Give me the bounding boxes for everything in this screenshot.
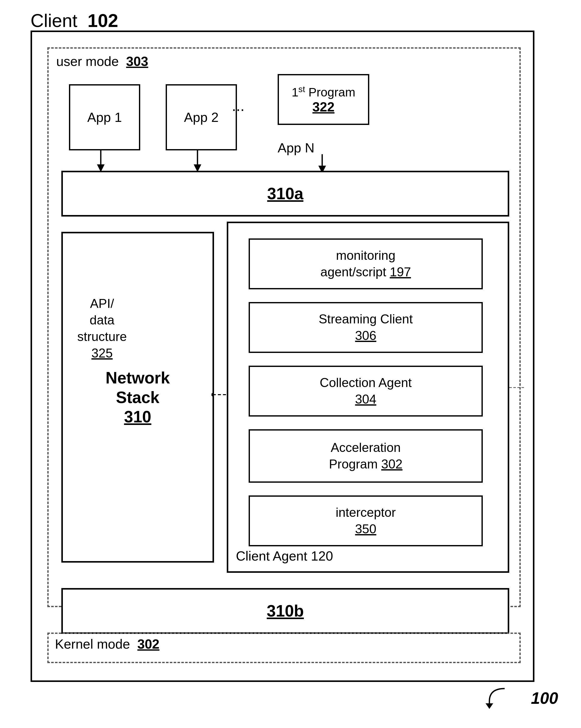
network-stack-number: 310: [124, 407, 151, 426]
box-310b: 310b: [61, 588, 509, 634]
arrow-appn-down: [318, 154, 326, 173]
collection-agent-box: Collection Agent304: [249, 366, 483, 417]
svg-marker-10: [485, 703, 493, 709]
figure-arrow-icon: [484, 683, 515, 709]
dashed-right-extension: [509, 387, 525, 388]
streaming-number: 306: [355, 329, 376, 343]
kernel-mode-label: Kernel mode 302: [55, 636, 159, 652]
monitoring-label: monitoringagent/script 197: [321, 247, 411, 280]
client-text: Client: [30, 10, 77, 31]
box-310a: 310a: [61, 171, 509, 216]
collection-label: Collection Agent304: [320, 374, 411, 408]
ellipsis: ...: [232, 97, 245, 114]
app-n-inner: 1st Program 322: [278, 74, 369, 125]
app2-box: App 2: [166, 84, 237, 150]
arrow-app1-down: [97, 149, 105, 172]
app1-box: App 1: [69, 84, 140, 150]
first-program-label: 1st Program: [292, 84, 355, 99]
collection-number: 304: [355, 392, 376, 406]
app-n-label: App N: [278, 140, 314, 155]
figure-number-text: 100: [531, 689, 558, 707]
svg-marker-8: [211, 392, 214, 398]
acceleration-label: AccelerationProgram 302: [329, 439, 402, 472]
ellipsis-text: ...: [232, 97, 245, 114]
monitoring-number: 197: [389, 265, 411, 279]
arrow-app2-down: [194, 149, 201, 172]
client-agent-text: Client Agent 120: [236, 549, 333, 563]
client-number: 102: [87, 10, 118, 31]
acceleration-number: 302: [381, 457, 402, 471]
first-program-number: 322: [312, 99, 335, 114]
api-label: API/ datastructure 325: [77, 295, 127, 362]
network-stack-box: NetworkStack 310: [61, 232, 214, 563]
app-n-text: App N: [278, 140, 314, 155]
interceptor-number: 350: [355, 522, 376, 536]
app2-label: App 2: [184, 110, 219, 125]
main-frame: user mode 303 App 1 App 2 ... 1st Progra…: [30, 30, 534, 682]
acceleration-program-box: AccelerationProgram 302: [249, 429, 483, 483]
app-n-container: 1st Program 322 App N: [278, 74, 379, 155]
figure-number: 100: [531, 689, 558, 708]
kernel-mode-text: Kernel mode: [55, 636, 130, 651]
user-mode-label: user mode 303: [56, 54, 148, 69]
app1-label: App 1: [87, 110, 122, 125]
user-mode-region: user mode 303 App 1 App 2 ... 1st Progra…: [47, 47, 521, 607]
kernel-mode-number: 302: [137, 636, 159, 651]
user-mode-text: user mode: [56, 54, 119, 69]
interceptor-box: interceptor350: [249, 495, 483, 546]
network-stack-label: NetworkStack: [106, 368, 170, 407]
310a-label: 310a: [267, 184, 303, 203]
client-title: Client 102: [30, 10, 118, 31]
streaming-client-box: Streaming Client306: [249, 302, 483, 353]
user-mode-number: 303: [126, 54, 148, 69]
api-text: API/ datastructure 325: [77, 296, 127, 360]
streaming-label: Streaming Client306: [319, 311, 413, 344]
page: Client 102 user mode 303 App 1 App 2 ...: [0, 0, 581, 728]
monitoring-box: monitoringagent/script 197: [249, 238, 483, 289]
310b-label: 310b: [267, 601, 304, 620]
client-agent-label: Client Agent 120: [236, 548, 333, 564]
interceptor-label: interceptor350: [336, 504, 396, 538]
client-agent-box: monitoringagent/script 197 Streaming Cli…: [227, 222, 509, 573]
